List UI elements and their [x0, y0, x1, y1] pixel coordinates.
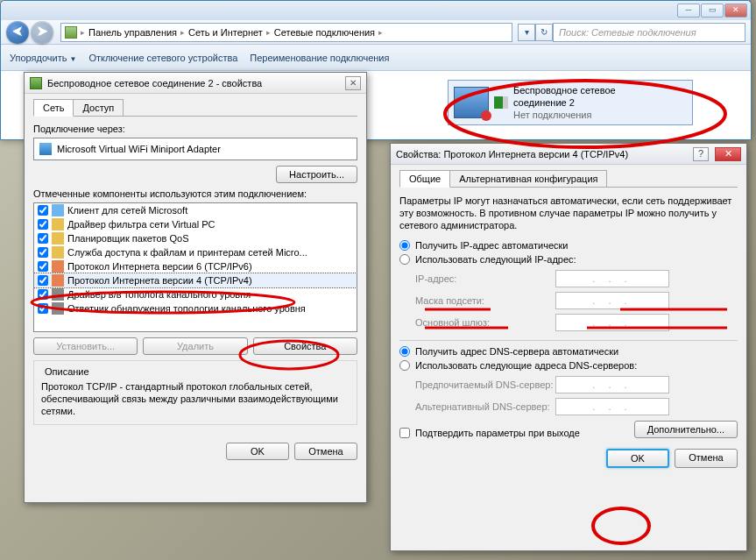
mapper-icon: [52, 302, 64, 315]
dns1-input[interactable]: . . .: [555, 376, 669, 393]
ok-button[interactable]: OK: [226, 443, 289, 460]
close-button[interactable]: ✕: [345, 76, 361, 90]
advanced-button[interactable]: Дополнительно...: [634, 421, 738, 438]
configure-button[interactable]: Настроить...: [276, 166, 357, 183]
minimize-button[interactable]: ─: [677, 4, 700, 18]
adapter-field: Microsoft Virtual WiFi Miniport Adapter: [33, 138, 357, 160]
gateway-label: Основной шлюз:: [415, 317, 555, 328]
address-bar[interactable]: ▸ Панель управления ▸ Сеть и Интернет ▸ …: [60, 23, 512, 42]
refresh-button[interactable]: ↻: [535, 24, 553, 41]
signal-icon: [494, 96, 508, 109]
crumb[interactable]: Сеть и Интернет: [188, 27, 263, 38]
list-item: Клиент для сетей Microsoft: [34, 203, 357, 217]
dropdown-button[interactable]: ▾: [518, 24, 535, 41]
service-icon: [52, 246, 64, 259]
checkbox[interactable]: [38, 219, 48, 230]
connection-status: Нет подключения: [513, 109, 616, 121]
checkbox[interactable]: [38, 303, 48, 314]
ok-button[interactable]: OK: [606, 449, 669, 468]
network-icon: [454, 87, 489, 118]
list-item: Драйвер фильтра сети Virtual PC: [34, 217, 357, 231]
mask-label: Маска подсети:: [415, 295, 555, 306]
radio-auto-ip[interactable]: [399, 240, 410, 251]
checkbox[interactable]: [38, 233, 48, 244]
radio-manual-dns[interactable]: [399, 360, 410, 371]
properties-button[interactable]: Свойства: [253, 337, 357, 355]
nav-toolbar: ⮜ ⮞ ▸ Панель управления ▸ Сеть и Интерне…: [1, 20, 751, 45]
ipv4-properties-dialog: Свойства: Протокол Интернета версии 4 (T…: [390, 143, 747, 551]
radio-auto-dns[interactable]: [399, 346, 410, 357]
connect-via-label: Подключение через:: [33, 124, 357, 134]
dialog-title: Беспроводное сетевое соединение 2 - свой…: [47, 78, 340, 89]
connection-name: Беспроводное сетевое: [513, 84, 616, 96]
remove-button[interactable]: Удалить: [143, 337, 247, 355]
confirm-label: Подтвердить параметры при выходе: [415, 428, 580, 438]
adapter-name: Microsoft Virtual WiFi Miniport Adapter: [57, 144, 221, 154]
adapter-icon: [39, 143, 52, 155]
install-button[interactable]: Установить...: [33, 337, 138, 355]
ip-input[interactable]: . . .: [555, 270, 669, 287]
service-icon: [52, 232, 64, 245]
cancel-button[interactable]: Отмена: [294, 443, 357, 460]
dialog-titlebar: Свойства: Протокол Интернета версии 4 (T…: [391, 144, 746, 165]
client-icon: [52, 204, 64, 216]
tab-bar: Сеть Доступ: [33, 99, 357, 117]
checkbox[interactable]: [38, 247, 48, 258]
dialog-titlebar: Беспроводное сетевое соединение 2 - свой…: [25, 73, 366, 94]
gateway-input[interactable]: . . .: [555, 314, 669, 331]
list-item: Ответчик обнаружения топологии канальног…: [34, 301, 357, 315]
components-list[interactable]: Клиент для сетей Microsoft Драйвер фильт…: [33, 202, 357, 332]
tab-access[interactable]: Доступ: [73, 99, 124, 116]
dialog-title: Свойства: Протокол Интернета версии 4 (T…: [396, 149, 688, 159]
dns2-label: Альтернативный DNS-сервер:: [415, 401, 555, 412]
list-item-selected: Протокол Интернета версии 4 (TCP/IPv4): [34, 273, 357, 287]
radio-label: Получить IP-адрес автоматически: [415, 240, 568, 251]
description-title: Описание: [41, 366, 93, 377]
connection-item-selected[interactable]: Беспроводное сетевое соединение 2 Нет по…: [448, 80, 693, 125]
back-button[interactable]: ⮜: [6, 21, 29, 44]
tab-network[interactable]: Сеть: [33, 99, 74, 117]
checkbox[interactable]: [38, 261, 48, 272]
mapper-icon: [52, 288, 64, 301]
protocol-icon: [52, 260, 64, 273]
tab-general[interactable]: Общие: [399, 170, 450, 188]
list-item: Протокол Интернета версии 6 (TCP/IPv6): [34, 259, 357, 273]
dns2-input[interactable]: . . .: [555, 398, 669, 415]
disable-device-cmd[interactable]: Отключение сетевого устройства: [88, 53, 237, 63]
tab-bar: Общие Альтернативная конфигурация: [399, 170, 738, 188]
radio-manual-ip[interactable]: [399, 254, 410, 265]
rename-connection-cmd[interactable]: Переименование подключения: [250, 53, 389, 63]
help-button[interactable]: ?: [693, 147, 709, 161]
titlebar: ─ ▭ ✕: [1, 1, 751, 20]
checkbox[interactable]: [38, 275, 48, 286]
protocol-icon: [52, 274, 64, 287]
crumb[interactable]: Панель управления: [88, 27, 177, 38]
mask-input[interactable]: . . .: [555, 292, 669, 309]
search-placeholder: Поиск: Сетевые подключения: [559, 27, 696, 38]
ip-label: IP-адрес:: [415, 273, 555, 284]
control-panel-icon: [65, 26, 77, 39]
dns1-label: Предпочитаемый DNS-сервер:: [415, 379, 555, 390]
maximize-button[interactable]: ▭: [701, 4, 724, 18]
confirm-checkbox[interactable]: [399, 428, 410, 438]
network-icon: [30, 77, 42, 89]
info-text: Параметры IP могут назначаться автоматич…: [399, 195, 738, 231]
tab-alternate[interactable]: Альтернативная конфигурация: [449, 170, 607, 187]
radio-label: Использовать следующий IP-адрес:: [415, 254, 576, 265]
description-group: Описание Протокол TCP/IP - стандартный п…: [33, 360, 357, 425]
radio-label: Использовать следующие адреса DNS-сервер…: [415, 360, 637, 371]
close-button[interactable]: ✕: [724, 4, 747, 18]
components-label: Отмеченные компоненты используются этим …: [33, 188, 357, 199]
list-item: Планировщик пакетов QoS: [34, 231, 357, 245]
forward-button[interactable]: ⮞: [31, 21, 53, 44]
description-text: Протокол TCP/IP - стандартный протокол г…: [41, 380, 350, 417]
cancel-button[interactable]: Отмена: [675, 449, 738, 468]
organize-menu[interactable]: Упорядочить▼: [10, 53, 76, 63]
service-icon: [52, 218, 64, 230]
checkbox[interactable]: [38, 205, 48, 216]
checkbox[interactable]: [38, 289, 48, 300]
search-input[interactable]: Поиск: Сетевые подключения: [553, 23, 745, 42]
crumb[interactable]: Сетевые подключения: [274, 27, 375, 38]
close-button[interactable]: ✕: [715, 147, 741, 161]
connection-properties-dialog: Беспроводное сетевое соединение 2 - свой…: [24, 72, 367, 503]
